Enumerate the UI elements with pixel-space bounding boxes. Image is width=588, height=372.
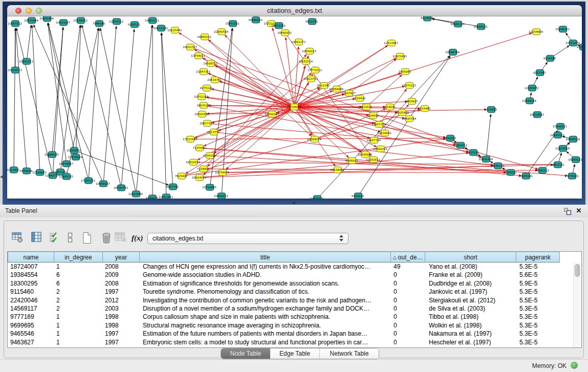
table-cell[interactable]: Franke et al. (2009) [425,271,516,279]
table-cell[interactable]: 5.3E-5 [516,330,560,338]
table-cell[interactable]: 2 [54,304,103,313]
table-cell[interactable]: 19384554 [8,271,54,279]
network-node[interactable]: 12125493 [167,27,182,33]
network-node[interactable]: 20931404 [39,16,54,21]
table-cell[interactable]: Jankovic et al. (1997) [425,288,516,296]
table-cell[interactable]: Yano et al. (2008) [425,262,516,271]
table-cell[interactable]: 0 [391,321,425,330]
table-row[interactable]: 911546021997Tourette syndrome. Phenomeno… [8,288,560,296]
table-cell[interactable]: Hescheler et al. (1997) [425,338,516,346]
network-node[interactable]: 9803117 [197,102,210,108]
network-node[interactable]: 10931211 [19,58,33,64]
network-node[interactable]: 10025488 [395,110,409,116]
network-node[interactable]: 16914479 [192,174,206,181]
column-header-in-degree[interactable]: in_degree [54,252,103,262]
table-row[interactable]: 1938455462009Genome-wide association stu… [8,271,560,279]
network-node[interactable]: 25260650 [67,147,81,154]
table-cell[interactable]: 2 [54,296,103,304]
network-node[interactable]: 7125440 [193,145,206,151]
table-cell[interactable]: 9463627 [8,338,54,346]
table-cell[interactable]: 5.5E-5 [516,296,560,304]
column-header-year[interactable]: year [103,252,140,262]
table-cell[interactable]: 9777169 [8,313,54,321]
network-node[interactable]: 16093121 [568,157,582,163]
network-node[interactable]: 8413054 [421,16,433,21]
network-node[interactable]: 9463627 [405,98,418,104]
network-node[interactable]: 17523441 [183,136,197,142]
function-builder-button[interactable]: f(x) [128,232,145,244]
network-node[interactable]: 11534091 [377,130,391,136]
table-row[interactable]: 1456911722003Disruption of a novel membe… [8,304,560,313]
table-row[interactable]: 1872400712008Changes of HCN gene express… [8,262,560,271]
network-node[interactable]: 10053237 [56,19,70,26]
column-header-name[interactable]: name [8,252,54,262]
column-header-short[interactable]: short [425,252,516,262]
network-node[interactable]: 9415121 [467,149,480,156]
network-node[interactable]: 9105412 [352,193,364,199]
close-panel-icon[interactable]: ✕ [575,206,583,215]
network-node[interactable]: 15936121 [555,26,570,32]
network-canvas[interactable]: 1872400712125493220605841896001216021557… [7,16,582,199]
network-node[interactable]: 15718485 [202,184,216,190]
window-titlebar[interactable]: citations_edges.txt [7,5,582,16]
table-cell[interactable]: 2008 [103,279,140,288]
network-node[interactable]: 10973493 [393,53,407,59]
network-node[interactable]: 10450211 [214,193,228,199]
table-cell[interactable]: 0 [391,313,425,321]
network-node[interactable]: 12923468 [128,191,143,197]
network-node[interactable]: 16210643 [530,112,544,118]
network-node[interactable]: 20617151 [200,120,214,126]
network-node[interactable]: 8791812 [444,135,456,141]
table-cell[interactable]: Structural magnetic resonance image aver… [140,321,391,330]
table-cell[interactable]: Tourette syndrome. Phenomenology and cla… [140,288,391,296]
table-cell[interactable]: 1 [54,321,103,330]
table-cell[interactable]: 0 [391,330,425,338]
network-node[interactable]: 9105121 [128,21,141,28]
network-node[interactable]: 9726101 [203,152,216,159]
table-row[interactable]: 1830029562008Estimation of significance … [8,279,560,288]
network-node[interactable]: 16012141 [154,25,168,31]
network-node[interactable]: 8913751 [207,129,220,135]
table-cell[interactable]: 2003 [103,304,140,313]
network-node[interactable]: 16319510 [186,159,200,165]
table-cell[interactable]: de Silva et al. (2003) [425,304,516,313]
table-cell[interactable]: 1 [54,313,103,321]
table-cell[interactable]: Embryonic stem cells: a model to study s… [140,338,391,346]
network-node[interactable]: 12213967 [384,40,398,46]
table-cell[interactable]: 1 [54,338,103,346]
table-cell[interactable]: 9699695 [8,321,54,330]
table-cell[interactable]: 49 [391,262,425,271]
table-row[interactable]: 946554611997Estimation of the future num… [8,330,560,338]
network-node[interactable]: 9129312 [577,44,582,50]
table-cell[interactable]: Corpus callosum shape and size in male p… [140,313,391,321]
network-node[interactable]: 19861273 [291,39,306,45]
network-node[interactable]: 9612151 [306,18,318,25]
network-node[interactable]: 20310511 [8,67,22,73]
network-node[interactable]: 15472151 [225,20,239,27]
table-cell[interactable]: 9465546 [8,330,54,338]
table-cell[interactable]: Estimation of significance thresholds fo… [140,279,391,288]
table-cell[interactable]: 0 [391,304,425,313]
network-node[interactable]: 14051211 [145,17,159,24]
network-node[interactable]: 12093872 [525,85,539,91]
import-table-button[interactable] [115,232,127,244]
network-node[interactable]: 11607427 [341,90,356,96]
network-node[interactable]: 20206535 [45,151,59,158]
network-node[interactable]: 18551404 [24,17,38,24]
table-row[interactable]: 977716911998Corpus callosum shape and si… [8,313,560,321]
network-node[interactable]: 10045514 [565,136,580,142]
table-row[interactable]: 2242004622012Investigating the contribut… [8,296,560,304]
network-node[interactable]: 7625402 [175,173,188,179]
create-table-button[interactable] [81,232,93,244]
network-node[interactable]: 9450121 [146,195,159,199]
network-node[interactable]: 9311951 [7,167,19,173]
table-cell[interactable]: 0 [391,271,425,279]
network-graph[interactable]: 1872400712125493220605841896001216021557… [7,16,582,199]
network-node[interactable]: 16648784 [445,49,460,55]
network-file-select[interactable]: citations_edges.txt [147,233,349,244]
network-node[interactable]: 3216412 [353,95,366,101]
network-node[interactable]: 16094121 [473,24,488,30]
table-cell[interactable]: Wolkin et al. (1998) [425,321,516,330]
column-header-out-degree[interactable]: △ out_de… [391,252,425,262]
table-cell[interactable]: 1 [54,330,103,338]
